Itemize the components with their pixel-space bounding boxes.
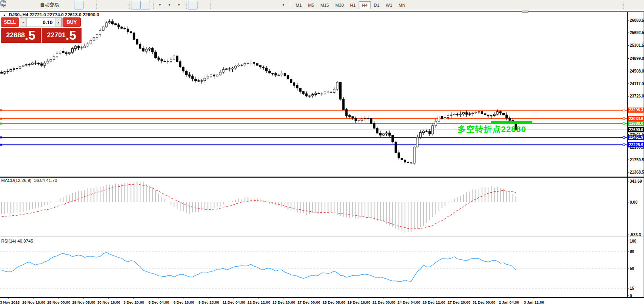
toolbar-group-separator xyxy=(288,2,291,9)
sell-price-pips: .5 xyxy=(25,29,36,41)
chart-title: ▲ DJ30-,H4 22721.0 22774.0 22613.0 22690… xyxy=(3,12,99,17)
svg-text:15: 15 xyxy=(630,286,635,291)
vertical-line-icon[interactable] xyxy=(212,1,221,10)
svg-text:3 Jan 12:00: 3 Jan 12:00 xyxy=(524,300,544,304)
toolbar-group-separator xyxy=(184,2,187,9)
svg-text:24899.0: 24899.0 xyxy=(630,56,644,61)
pane-borders xyxy=(0,11,644,298)
svg-text:29 Nov 08:00: 29 Nov 08:00 xyxy=(72,300,95,304)
toolbar-group-separator xyxy=(60,2,63,9)
toolbar-group-separator xyxy=(621,2,624,9)
buy-button[interactable]: BUY xyxy=(63,17,81,27)
svg-text:23 Nov 2018: 23 Nov 2018 xyxy=(0,300,19,304)
svg-text:23296.3: 23296.3 xyxy=(629,108,644,112)
periods-icon[interactable]: ▼ xyxy=(164,1,174,10)
chart-shift-icon[interactable] xyxy=(141,1,150,10)
timeframe-button-h1[interactable]: H1 xyxy=(347,1,359,9)
sell-price-main: 22688 xyxy=(6,31,25,39)
svg-text:2 Jan 04:00: 2 Jan 04:00 xyxy=(499,300,519,304)
volume-input[interactable]: 0.10 xyxy=(27,17,55,27)
new-order-icon[interactable] xyxy=(9,1,19,10)
turning-point-annotation[interactable]: 多空转折点22880 xyxy=(458,124,526,135)
svg-text:343.69: 343.69 xyxy=(630,179,642,184)
timeframe-button-w1[interactable]: W1 xyxy=(383,1,396,9)
svg-text:80: 80 xyxy=(630,249,635,254)
volume-decrease-button[interactable]: ▼ xyxy=(20,17,27,27)
templates-icon[interactable]: ▼ xyxy=(174,1,183,10)
candlestick-chart-icon[interactable] xyxy=(74,1,84,10)
dropdown-caret-icon[interactable]: ▼ xyxy=(159,4,161,6)
chart-window-icon[interactable] xyxy=(19,1,28,10)
signals-icon[interactable] xyxy=(28,1,38,10)
sell-price-display[interactable]: 22688 .5 xyxy=(1,28,41,43)
timeframe-button-h4[interactable]: H4 xyxy=(359,1,370,9)
svg-text:-533.3: -533.3 xyxy=(630,233,641,237)
timeframe-button-m15[interactable]: M15 xyxy=(317,1,332,9)
timeframe-button-m1[interactable]: M1 xyxy=(293,1,305,9)
toolbar-group-separator xyxy=(150,2,154,9)
svg-text:27 Dec 20:00: 27 Dec 20:00 xyxy=(448,300,471,304)
svg-text:25692.5: 25692.5 xyxy=(630,31,644,35)
auto-scroll-icon[interactable] xyxy=(131,1,141,10)
autotrading-button[interactable]: 自动交易 xyxy=(38,1,60,10)
svg-text:21 Dec 00:00: 21 Dec 00:00 xyxy=(372,300,395,304)
buy-price-main: 22701 xyxy=(47,31,66,39)
text-label-icon[interactable]: T xyxy=(269,1,278,10)
svg-text:17 Dec 00:00: 17 Dec 00:00 xyxy=(297,300,320,304)
trendline-icon[interactable] xyxy=(231,1,240,10)
zoom-out-icon[interactable] xyxy=(107,1,117,10)
text-icon[interactable]: A xyxy=(259,1,269,10)
svg-text:100: 100 xyxy=(630,239,636,243)
buy-price-display[interactable]: 22701 .5 xyxy=(42,28,82,43)
toolbar-group-separator xyxy=(93,2,97,9)
svg-text:0.00: 0.00 xyxy=(630,200,638,205)
timeframe-button-d1[interactable]: D1 xyxy=(371,1,383,9)
svg-text:30 Nov 16:00: 30 Nov 16:00 xyxy=(97,300,120,304)
svg-text:26 Dec 12:00: 26 Dec 12:00 xyxy=(422,300,445,304)
one-click-trading-panel: SELL ▼ 0.10 ▲ BUY 22688 .5 22701 .5 xyxy=(1,17,82,43)
svg-text:28 Nov 00:00: 28 Nov 00:00 xyxy=(47,300,70,304)
volume-stepper: ▼ 0.10 ▲ xyxy=(20,17,62,27)
timeframe-button-m5[interactable]: M5 xyxy=(305,1,317,9)
search-icon[interactable] xyxy=(625,1,635,10)
cursor-icon[interactable] xyxy=(188,1,198,10)
channel-icon[interactable]: E xyxy=(240,1,250,10)
window-splitter-handle[interactable] xyxy=(522,10,528,13)
svg-text:26083.5: 26083.5 xyxy=(630,18,644,23)
horizontal-level-lines[interactable] xyxy=(0,109,627,145)
sell-button[interactable]: SELL xyxy=(1,17,19,27)
svg-text:22451.9: 22451.9 xyxy=(629,135,644,140)
zoom-in-icon[interactable] xyxy=(98,1,107,10)
timeframe-button-mn[interactable]: MN xyxy=(395,1,408,9)
svg-text:50: 50 xyxy=(630,266,635,271)
timeframe-button-m30[interactable]: M30 xyxy=(332,1,347,9)
svg-text:22225.9: 22225.9 xyxy=(629,143,644,147)
indicators-icon[interactable]: ▼ xyxy=(155,1,164,10)
price-axis[interactable]: 26083.525692.525301.524899.024508.024117… xyxy=(628,18,644,298)
svg-text:5 Dec 04:00: 5 Dec 04:00 xyxy=(148,300,169,304)
bar-chart-icon[interactable] xyxy=(65,1,74,10)
collapse-triangle-icon[interactable]: ▲ xyxy=(3,13,6,17)
volume-increase-button[interactable]: ▲ xyxy=(55,17,62,27)
svg-text:22690.0: 22690.0 xyxy=(629,128,644,132)
crosshair-icon[interactable] xyxy=(198,1,207,10)
svg-text:18 Dec 08:00: 18 Dec 08:00 xyxy=(323,300,346,304)
svg-text:12 Dec 12:00: 12 Dec 12:00 xyxy=(247,300,270,304)
dropdown-caret-icon[interactable]: ▼ xyxy=(178,4,180,6)
svg-text:23034.6: 23034.6 xyxy=(629,117,644,121)
line-chart-icon[interactable] xyxy=(84,1,93,10)
fibonacci-icon[interactable]: F xyxy=(250,1,259,10)
arrows-icon[interactable]: ▼ xyxy=(278,1,288,10)
svg-text:6 Dec 16:00: 6 Dec 16:00 xyxy=(173,300,194,304)
buy-price-pips: .5 xyxy=(66,29,76,41)
svg-text:23726.0: 23726.0 xyxy=(630,94,644,98)
horizontal-line-icon[interactable] xyxy=(221,1,231,10)
dropdown-caret-icon[interactable]: ▼ xyxy=(282,4,285,6)
time-axis[interactable]: 23 Nov 201826 Nov 16:0028 Nov 00:0029 No… xyxy=(0,298,544,305)
svg-text:21759.5: 21759.5 xyxy=(630,158,644,162)
autotrading-button-label: 自动交易 xyxy=(40,2,59,8)
svg-text:24 Dec 04:00: 24 Dec 04:00 xyxy=(397,300,420,304)
tile-windows-icon[interactable] xyxy=(117,1,126,10)
dropdown-caret-icon[interactable]: ▼ xyxy=(168,4,171,6)
chat-icon[interactable] xyxy=(635,1,644,10)
